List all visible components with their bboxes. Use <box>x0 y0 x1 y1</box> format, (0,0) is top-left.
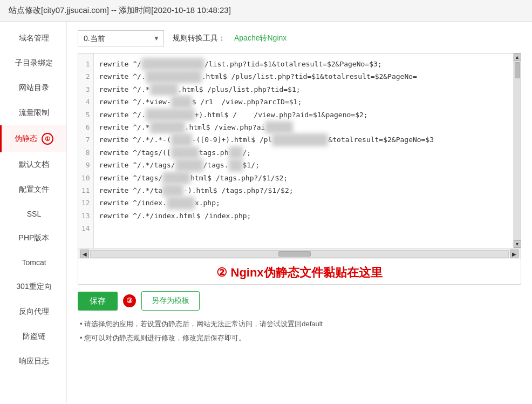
sidebar-item-config[interactable]: 配置文件 <box>0 177 66 202</box>
tip-2: 您可以对伪静态规则进行修改，修改完后保存即可。 <box>78 331 521 345</box>
sidebar-item-default-doc[interactable]: 默认文档 <box>0 152 66 177</box>
action-row: 保存 ③ 另存为模板 <box>78 291 521 311</box>
scroll-track-horizontal[interactable] <box>90 250 509 258</box>
annotation-circle-1: ① <box>42 133 53 145</box>
code-line-13: rewrite ^/.*/index.html$ /index.php; <box>99 210 508 222</box>
sidebar-item-webdir[interactable]: 网站目录 <box>0 76 66 100</box>
apache-to-nginx-link[interactable]: Apache转Nginx <box>234 33 287 43</box>
rule-select-wrapper: 0.当前 default thinkphp wordpress dedecms … <box>78 30 164 46</box>
code-line-9: rewrite ^/.*/tags/ /tags. $1/; <box>99 159 508 171</box>
code-line-5: rewrite ^/. +).html$ / /view.php?aid=$1&… <box>99 109 508 121</box>
sidebar-item-rewrite[interactable]: 伪静态 ① <box>0 125 66 152</box>
scroll-right-btn[interactable]: ▶ <box>510 250 519 258</box>
main-layout: 域名管理 子目录绑定 网站目录 流量限制 伪静态 ① 默认文档 配置文件 SSL… <box>0 22 532 403</box>
scroll-track-vertical[interactable] <box>514 61 521 240</box>
code-line-7: rewrite ^/.*/.*-( -([0-9]+).html$ /pl &t… <box>99 133 508 146</box>
sidebar-item-traffic[interactable]: 流量限制 <box>0 100 66 125</box>
scroll-thumb-vertical[interactable] <box>515 62 520 78</box>
code-line-10: rewrite ^/tags/ html$ /tags.php?/$1/$2; <box>99 172 508 184</box>
main-content: 0.当前 default thinkphp wordpress dedecms … <box>67 22 532 403</box>
code-line-4: rewrite ^/.*view- $ /r1 /view.php?arcID=… <box>99 96 508 108</box>
code-line-6: rewrite ^/.* .html$ /view.php?ai <box>99 121 508 133</box>
code-line-14 <box>99 222 508 234</box>
sidebar-item-proxy[interactable]: 反向代理 <box>0 299 66 324</box>
sidebar-item-domain[interactable]: 域名管理 <box>0 26 66 51</box>
annotation-2-text: ② Nginx伪静态文件黏贴在这里 <box>216 266 382 279</box>
tip-1: 请选择您的应用，若设置伪静态后，网站无法正常访问，请尝试设置回default <box>78 317 521 331</box>
scroll-left-btn[interactable]: ◀ <box>80 250 89 258</box>
sidebar-item-tomcat[interactable]: Tomcat <box>0 251 66 274</box>
scroll-down-btn[interactable]: ▼ <box>514 240 521 248</box>
toolbar-row: 0.当前 default thinkphp wordpress dedecms … <box>78 30 521 46</box>
sidebar-item-php[interactable]: PHP版本 <box>0 226 66 251</box>
sidebar-item-hotlink[interactable]: 防盗链 <box>0 324 66 349</box>
sidebar: 域名管理 子目录绑定 网站目录 流量限制 伪静态 ① 默认文档 配置文件 SSL… <box>0 22 67 403</box>
code-editor[interactable]: rewrite ^/ /list.php?tid=$1&totalresult=… <box>94 53 513 248</box>
code-line-3: rewrite ^/.* .html$ /plus/list.php?tid=$… <box>99 83 508 96</box>
rule-select[interactable]: 0.当前 default thinkphp wordpress dedecms <box>78 30 164 46</box>
save-button[interactable]: 保存 <box>78 292 118 311</box>
line-numbers: 12345 678910 11121314 <box>78 53 94 248</box>
editor-container: 12345 678910 11121314 rewrite ^/ /list.p… <box>78 53 521 285</box>
rule-convert-label: 规则转换工具： <box>173 33 226 43</box>
sidebar-item-subdir[interactable]: 子目录绑定 <box>0 51 66 76</box>
code-line-8: rewrite ^/tags/([ tags.ph /; <box>99 146 508 159</box>
code-line-12: rewrite ^/index. x.php; <box>99 197 508 209</box>
scroll-thumb-horizontal[interactable] <box>278 251 311 257</box>
save-template-button[interactable]: 另存为模板 <box>141 291 200 311</box>
sidebar-item-ssl[interactable]: SSL <box>0 202 66 226</box>
code-line-2: rewrite ^/. .html$ /plus/list.php?tid=$1… <box>99 70 508 83</box>
scroll-up-btn[interactable]: ▲ <box>514 53 521 61</box>
title-bar: 站点修改[city07.jjsucai.com] -- 添加时间[2020-10… <box>0 0 532 22</box>
editor-inner: 12345 678910 11121314 rewrite ^/ /list.p… <box>78 53 521 248</box>
horizontal-scrollbar: ◀ ▶ <box>78 248 521 259</box>
annotation-2-overlay: ② Nginx伪静态文件黏贴在这里 <box>78 259 521 284</box>
sidebar-item-301[interactable]: 301重定向 <box>0 274 66 299</box>
code-line-1: rewrite ^/ /list.php?tid=$1&totalresult=… <box>99 58 508 70</box>
vertical-scrollbar: ▲ ▼ <box>513 53 521 248</box>
title-text: 站点修改[city07.jjsucai.com] -- 添加时间[2020-10… <box>9 5 231 15</box>
code-line-11: rewrite ^/.*/ta -).html$ /tags.php?/$1/$… <box>99 184 508 197</box>
sidebar-item-log[interactable]: 响应日志 <box>0 349 66 374</box>
annotation-circle-3: ③ <box>123 294 136 307</box>
tips-section: 请选择您的应用，若设置伪静态后，网站无法正常访问，请尝试设置回default 您… <box>78 317 521 345</box>
